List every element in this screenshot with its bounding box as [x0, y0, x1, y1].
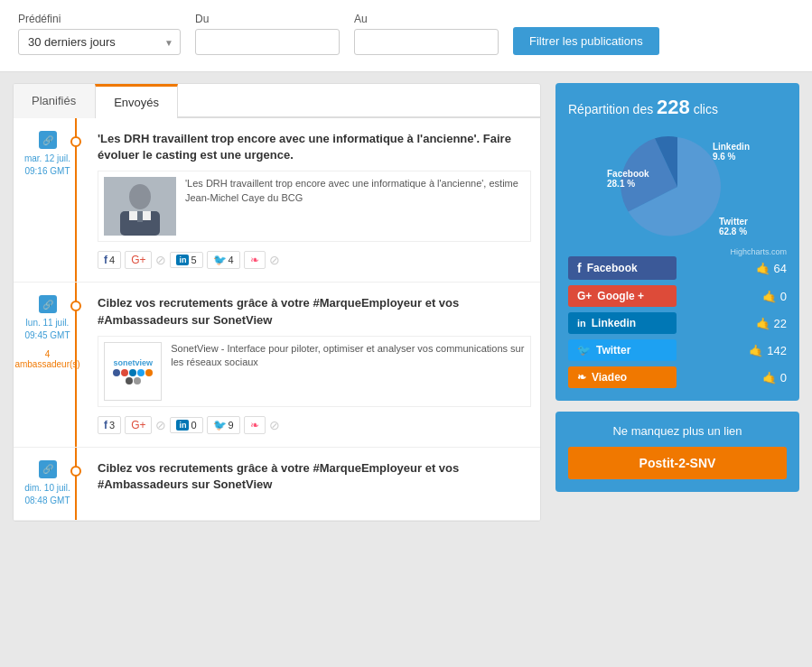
sonetview-logo: sonetview	[104, 342, 162, 401]
post-meta: 🔗 mar. 12 juil. 09:16 GMT	[23, 131, 81, 269]
list-item: 🔗 dim. 10 juil. 08:48 GMT Ciblez vos rec…	[14, 448, 540, 521]
tab-envoyes[interactable]: Envoyés	[95, 84, 178, 118]
au-label: Au	[354, 13, 499, 25]
viadeo-icon: ❧	[250, 419, 259, 431]
post-meta: 🔗 lun. 11 juil. 09:45 GMT 4 ambassadeur(…	[23, 295, 81, 433]
link-icon: 🔗	[39, 131, 57, 149]
right-panel: Répartition des 228 clics Facebook28.1 %…	[555, 83, 799, 522]
linkedin-stat-btn[interactable]: in Linkedin	[568, 312, 677, 334]
du-input[interactable]	[195, 29, 340, 55]
ban-icon-1[interactable]: ⊘	[155, 253, 166, 267]
post-title: 'Les DRH travaillent trop encore avec un…	[98, 131, 531, 163]
facebook-stat-btn[interactable]: f Facebook	[568, 256, 677, 280]
gplus-share-btn[interactable]: G+	[125, 251, 152, 269]
du-group: Du	[195, 13, 340, 55]
ban-icon-3[interactable]: ⊘	[155, 418, 166, 432]
stats-card: Répartition des 228 clics Facebook28.1 %…	[555, 83, 799, 401]
linkedin-share-btn[interactable]: in 0	[170, 417, 202, 433]
social-actions: f 4 G+ ⊘ in 5 🐦 4	[98, 251, 531, 269]
post-preview-text: SonetView - Interface pour piloter, opti…	[171, 342, 525, 401]
post-date: lun. 11 juil. 09:45 GMT	[24, 317, 70, 342]
svg-rect-4	[137, 211, 143, 222]
viadeo-stat-count: 🤙 0	[762, 371, 787, 384]
twitter-pie-label: Twitter62.8 %	[719, 217, 748, 236]
ban-icon-4[interactable]: ⊘	[269, 418, 280, 432]
stat-row-facebook: f Facebook 🤙 64	[568, 256, 787, 280]
twitter-icon: 🐦	[213, 254, 227, 266]
posts-list: 🔗 mar. 12 juil. 09:16 GMT 'Les DRH trava…	[14, 118, 540, 521]
link-icon: 🔗	[39, 460, 57, 478]
li-count: 5	[191, 255, 196, 265]
post-date: mar. 12 juil. 09:16 GMT	[24, 153, 70, 178]
au-group: Au	[354, 13, 499, 55]
post-title: Ciblez vos recrutements grâce à votre #M…	[98, 295, 531, 328]
li-count: 0	[191, 420, 196, 431]
gplus-stat-btn[interactable]: G+ Google +	[568, 285, 677, 307]
twitter-share-btn[interactable]: 🐦 4	[207, 251, 240, 269]
list-item: 🔗 mar. 12 juil. 09:16 GMT 'Les DRH trava…	[14, 118, 540, 283]
pie-chart: Facebook28.1 % Linkedin9.6 % Twitter62.8…	[605, 128, 750, 245]
social-actions: f 3 G+ ⊘ in 0 🐦 9	[98, 416, 531, 434]
stat-row-viadeo: ❧ Viadeo 🤙 0	[568, 366, 787, 388]
facebook-share-btn[interactable]: f 4	[98, 251, 121, 269]
twitter-share-btn[interactable]: 🐦 9	[207, 416, 240, 434]
post-date: dim. 10 juil. 08:48 GMT	[24, 482, 70, 507]
post-body: Ciblez vos recrutements grâce à votre #M…	[81, 295, 531, 433]
fb-count: 3	[109, 420, 115, 431]
au-input[interactable]	[354, 29, 499, 55]
ambassadors-label: 4 ambassadeur(s)	[14, 349, 79, 369]
highcharts-label: Highcharts.com	[568, 247, 787, 256]
left-panel: Planifiés Envoyés 🔗 mar. 12 juil. 09:16 …	[13, 83, 541, 522]
viadeo-btn-icon: ❧	[577, 371, 586, 384]
gplus-share-btn[interactable]: G+	[125, 416, 152, 434]
predefined-select-wrapper: 30 derniers jours 7 derniers jours Ce mo…	[18, 29, 181, 55]
link-icon: 🔗	[39, 295, 57, 313]
tab-planifies[interactable]: Planifiés	[14, 84, 95, 118]
stats-title: Répartition des 228 clics	[568, 96, 787, 119]
post-thumbnail	[104, 177, 176, 236]
tw-count: 4	[229, 255, 234, 265]
facebook-stat-count: 🤙 64	[756, 262, 787, 275]
timeline-circle	[70, 466, 81, 477]
linkedin-icon: in	[176, 255, 189, 265]
stat-row-twitter: 🐦 Twitter 🤙 142	[568, 339, 787, 361]
gplus-icon: G+	[131, 419, 145, 431]
facebook-share-btn[interactable]: f 3	[98, 416, 121, 434]
post-preview: sonetview SonetView - Inte	[98, 336, 531, 407]
post-preview: 'Les DRH travaillent trop encore avec un…	[98, 171, 531, 242]
stat-row-linkedin: in Linkedin 🤙 22	[568, 312, 787, 334]
facebook-pie-label: Facebook28.1 %	[607, 169, 649, 189]
viadeo-share-btn[interactable]: ❧	[244, 416, 266, 434]
gplus-icon: G+	[131, 254, 145, 266]
predefined-label: Prédéfini	[18, 13, 181, 25]
filter-button[interactable]: Filtrer les publications	[513, 27, 659, 55]
viadeo-icon: ❧	[250, 254, 259, 266]
twitter-stat-btn[interactable]: 🐦 Twitter	[568, 339, 677, 361]
tabs: Planifiés Envoyés	[14, 84, 540, 118]
list-item: 🔗 lun. 11 juil. 09:45 GMT 4 ambassadeur(…	[14, 283, 540, 447]
post-body: 'Les DRH travaillent trop encore avec un…	[81, 131, 531, 269]
du-label: Du	[195, 13, 340, 25]
twitter-icon: 🐦	[213, 419, 227, 431]
viadeo-stat-btn[interactable]: ❧ Viadeo	[568, 366, 677, 388]
linkedin-pie-label: Linkedin9.6 %	[713, 142, 750, 162]
social-stat-list: f Facebook 🤙 64 G+ Google + 🤙	[568, 256, 787, 388]
twitter-stat-count: 🤙 142	[749, 344, 787, 357]
post-title: Ciblez vos recrutements grâce à votre #M…	[98, 460, 531, 493]
post-body: Ciblez vos recrutements grâce à votre #M…	[81, 460, 531, 507]
gplus-btn-icon: G+	[577, 290, 592, 302]
linkedin-icon: in	[176, 420, 189, 431]
predefined-group: Prédéfini 30 derniers jours 7 derniers j…	[18, 13, 181, 55]
postit-button[interactable]: Postit-2-SNV	[568, 447, 787, 479]
ban-icon-2[interactable]: ⊘	[269, 253, 280, 267]
linkedin-share-btn[interactable]: in 5	[170, 252, 202, 268]
facebook-icon: f	[104, 254, 107, 266]
viadeo-share-btn[interactable]: ❧	[244, 251, 266, 269]
post-preview-text: 'Les DRH travaillent trop encore avec un…	[185, 177, 525, 236]
gplus-stat-count: 🤙 0	[762, 290, 787, 303]
facebook-icon: f	[104, 419, 107, 431]
timeline-circle	[70, 136, 81, 147]
linkedin-btn-icon: in	[577, 318, 586, 329]
predefined-select[interactable]: 30 derniers jours 7 derniers jours Ce mo…	[18, 29, 181, 55]
tw-count: 9	[229, 420, 234, 431]
